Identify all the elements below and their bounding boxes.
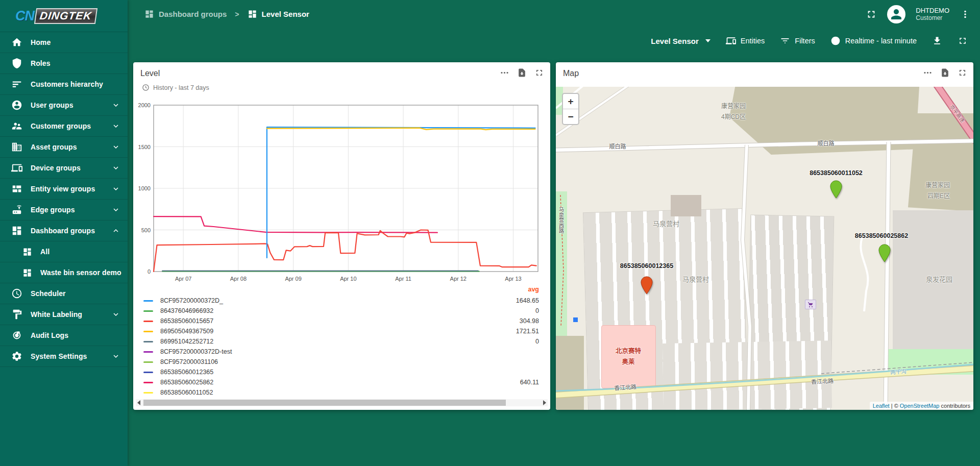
gear-icon: [11, 351, 22, 362]
x-axis-tick: Apr 12: [450, 276, 467, 282]
sidebar-item-label: White Labeling: [31, 310, 82, 318]
sidebar-item-customer-groups[interactable]: Customer groups: [0, 116, 128, 137]
router-icon: [11, 204, 22, 215]
app-logo[interactable]: CN DINGTEK: [0, 0, 128, 32]
more-horiz-icon[interactable]: [500, 68, 509, 78]
x-axis-tick: Apr 08: [230, 276, 247, 282]
x-axis-tick: Apr 07: [175, 276, 191, 282]
map-attribution: Leaflet | © OpenStreetMap contributors: [870, 402, 973, 410]
logo-cn-text: CN: [15, 8, 34, 24]
more-horiz-icon[interactable]: [923, 68, 933, 78]
user-info[interactable]: DHTDEMO Customer: [916, 7, 949, 22]
legend-row[interactable]: 865385060011052: [143, 387, 539, 398]
sidebar-item-user-groups[interactable]: User groups: [0, 95, 128, 116]
sidebar-item-system-settings[interactable]: System Settings: [0, 346, 128, 367]
sidebar-item-white-labeling[interactable]: White Labeling: [0, 304, 128, 325]
more-vert-icon[interactable]: [960, 9, 971, 20]
device-map-pin[interactable]: [829, 180, 843, 199]
sidebar-item-audit-logs[interactable]: Audit Logs: [0, 325, 128, 346]
device-map-pin[interactable]: [878, 244, 891, 262]
breadcrumb-parent[interactable]: Dashboard groups: [159, 10, 227, 18]
clock-icon: [830, 36, 841, 46]
chevron-down-icon: [111, 142, 120, 152]
legend-swatch: [143, 341, 153, 342]
dashboards-icon: [22, 268, 32, 278]
legend-row[interactable]: 8695050493675091721.51: [143, 326, 539, 336]
download-icon: [932, 36, 942, 46]
fullscreen-icon[interactable]: [866, 9, 877, 20]
scrollbar-thumb[interactable]: [143, 400, 506, 406]
horizontal-scrollbar[interactable]: [136, 399, 548, 406]
export-dashboard-button[interactable]: [932, 36, 942, 46]
y-axis-tick: 2000: [138, 102, 151, 108]
timewindow-button[interactable]: Realtime - last minute: [830, 36, 917, 46]
legend-row[interactable]: 8699510422527120: [143, 336, 539, 347]
sidebar-item-all[interactable]: All: [0, 241, 128, 262]
scroll-right-arrow-icon[interactable]: [543, 400, 546, 405]
sidebar-item-label: Entity view groups: [31, 185, 95, 193]
x-axis-tick: Apr 10: [340, 276, 356, 282]
legend-row[interactable]: 865385060015657304.98: [143, 316, 539, 326]
sidebar-item-roles[interactable]: Roles: [0, 53, 128, 74]
map-widget: Map: [556, 62, 973, 410]
export-widget-icon[interactable]: [940, 68, 950, 78]
breadcrumb-current: Level Sensor: [262, 10, 309, 18]
sidebar-item-label: User groups: [31, 101, 74, 109]
shield-icon: [11, 58, 22, 69]
entities-icon: [726, 36, 736, 46]
legend-row[interactable]: 865385060025862640.11: [143, 377, 539, 387]
clock-icon: [11, 288, 22, 299]
sidebar-item-edge-groups[interactable]: Edge groups: [0, 200, 128, 220]
legend-row[interactable]: 8CF957200000372D_1648.65: [143, 296, 539, 306]
map-place-label: 奥莱: [622, 356, 634, 366]
entity-view-icon: [11, 183, 22, 194]
sidebar-item-home[interactable]: Home: [0, 32, 128, 53]
legend-row[interactable]: 8CF9572000031106: [143, 357, 539, 367]
sidebar-item-customers-hierarchy[interactable]: Customers hierarchy: [0, 74, 128, 95]
sidebar-item-asset-groups[interactable]: Asset groups: [0, 137, 128, 158]
home-icon: [11, 37, 22, 48]
export-widget-icon[interactable]: [517, 68, 527, 78]
leaflet-link[interactable]: Leaflet: [873, 403, 890, 409]
timewindow-subtitle[interactable]: History - last 7 days: [142, 84, 209, 91]
attribution-suffix: contributors: [939, 403, 970, 409]
sidebar-item-dashboard-groups[interactable]: Dashboard groups: [0, 220, 128, 241]
map-poi-marker: [573, 317, 578, 322]
chevron-down-icon: [111, 184, 120, 193]
chevron-down-icon: [111, 101, 120, 110]
y-axis-tick: 0: [148, 268, 151, 275]
device-map-pin[interactable]: [640, 276, 653, 295]
zoom-in-button[interactable]: +: [563, 94, 578, 109]
device-marker-label: 865385060025862: [855, 232, 908, 239]
sidebar-item-label: Dashboard groups: [31, 227, 95, 235]
entities-button[interactable]: Entities: [726, 36, 765, 46]
osm-link[interactable]: OpenStreetMap: [900, 403, 940, 409]
legend-row[interactable]: 8643760469669320: [143, 306, 539, 316]
user-avatar[interactable]: [887, 5, 905, 23]
legend-avg-value: 0: [535, 307, 539, 314]
legend-row[interactable]: 865385060012365: [143, 367, 539, 377]
sidebar-item-entity-view-groups[interactable]: Entity view groups: [0, 179, 128, 200]
expand-widget-icon[interactable]: [958, 68, 967, 78]
paint-icon: [11, 309, 22, 320]
zoom-out-button[interactable]: −: [563, 109, 578, 124]
sidebar: CN DINGTEK HomeRolesCustomers hierarchyU…: [0, 0, 128, 466]
expand-widget-icon[interactable]: [534, 68, 544, 78]
level-chart-widget: Level History - last 7 days 050010001500…: [133, 62, 550, 410]
leaflet-map[interactable]: + − 康营家园4期CD区康营家园四期E区顺白路顺白路马泉营村马泉营村泉发花园北…: [556, 87, 973, 410]
sidebar-item-device-groups[interactable]: Device groups: [0, 158, 128, 179]
dashboard-select-value: Level Sensor: [651, 37, 698, 45]
fullscreen-dashboard-button[interactable]: [958, 36, 968, 46]
top-header: Dashboard groups > Level Sensor DHTDEMO …: [128, 0, 980, 28]
device-marker-label: 865385060011052: [810, 169, 863, 177]
dashboard-select[interactable]: Level Sensor: [651, 37, 710, 45]
sidebar-item-scheduler[interactable]: Scheduler: [0, 283, 128, 304]
widget-title: Map: [563, 69, 579, 78]
level-line-chart[interactable]: 0500100015002000Apr 07Apr 08Apr 09Apr 10…: [133, 99, 550, 286]
scroll-left-arrow-icon[interactable]: [137, 400, 140, 405]
map-place-label: 北京赛特: [616, 346, 641, 355]
sidebar-item-label: Roles: [31, 59, 51, 67]
sidebar-item-waste-bin-sensor-demo[interactable]: Waste bin sensor demo: [0, 262, 128, 283]
filters-button[interactable]: Filters: [780, 36, 815, 46]
legend-row[interactable]: 8CF957200000372D-test: [143, 347, 539, 357]
